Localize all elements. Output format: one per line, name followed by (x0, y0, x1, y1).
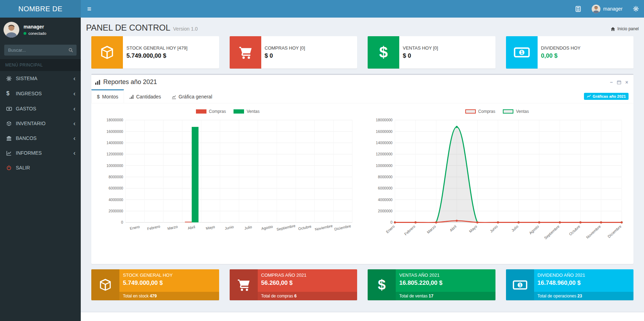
svg-text:16000000: 16000000 (376, 129, 392, 134)
charts-year-badge: Gráficas año 2021 (584, 93, 629, 100)
legend-item-compras[interactable]: Compras (465, 109, 495, 114)
dollar-icon: $ (6, 90, 16, 97)
summary-footer: Total en stock479 (119, 292, 219, 300)
sidebar-item-inventario[interactable]: INVENTARIO ‹ (0, 116, 81, 131)
svg-text:2000000: 2000000 (378, 209, 393, 213)
legend-item-compras[interactable]: Compras (196, 109, 226, 114)
legend-item-ventas[interactable]: Ventas (503, 109, 529, 114)
summary-box-compras: COMPRAS AÑO 2021 56.260,00 $ Total de co… (230, 269, 357, 300)
summary-footer: Total de operaciones23 (534, 292, 634, 300)
svg-text:10000000: 10000000 (376, 163, 392, 168)
report-tabs: $ Montos Cantidades Gráfica general Gráf… (91, 89, 633, 103)
collapse-button[interactable]: − (610, 79, 613, 85)
gears-icon (6, 76, 16, 81)
sidebar-item-salir[interactable]: SALIR (0, 160, 81, 175)
info-box-title: VENTAS HOY [0] (403, 45, 438, 51)
chevron-left-icon: ‹ (73, 107, 75, 111)
svg-text:Abril: Abril (187, 225, 195, 230)
dollar-icon: $ (97, 94, 100, 99)
svg-text:10000000: 10000000 (106, 163, 123, 168)
sidebar-item-gastos[interactable]: GASTOS ‹ (0, 101, 81, 116)
navbar-right: manager (570, 0, 644, 18)
breadcrumb[interactable]: Inicio panel (611, 26, 639, 31)
svg-text:Septiembre: Septiembre (276, 223, 296, 231)
calculator-button[interactable] (570, 0, 586, 18)
svg-text:Mayo: Mayo (468, 224, 478, 233)
svg-text:0: 0 (390, 220, 393, 224)
bar-chart-icon (95, 79, 100, 85)
svg-text:1: 1 (520, 50, 523, 55)
reports-box-header: Reportes año 2021 − × (91, 75, 633, 89)
info-box-dividendos: 1 DIVIDENDOS HOY 0,00 $ (506, 36, 634, 69)
sidebar-item-informes[interactable]: INFORMES ‹ (0, 146, 81, 160)
close-button[interactable]: × (625, 79, 628, 85)
power-icon (6, 165, 16, 171)
svg-text:14000000: 14000000 (106, 141, 123, 145)
line-chart-panel: ComprasVentas 02000000400000060000008000… (362, 107, 632, 259)
calculator-icon (575, 6, 581, 12)
search-input[interactable] (4, 45, 65, 56)
svg-text:Julio: Julio (511, 224, 519, 233)
hamburger-icon: ≡ (87, 5, 91, 13)
svg-text:Julio: Julio (244, 225, 252, 230)
calendar-icon (617, 80, 621, 84)
content-area: PANEL DE CONTROLVersion 1.0 Inicio panel… (81, 18, 644, 321)
svg-text:6000000: 6000000 (109, 186, 123, 190)
svg-text:8000000: 8000000 (378, 175, 393, 179)
settings-button[interactable] (628, 0, 644, 18)
user-status[interactable]: conectado (24, 31, 46, 36)
summary-box-dividendo: 1 DIVIDENDO AÑO 2021 16.748.960,00 $ Tot… (506, 269, 634, 300)
sidebar-toggle-button[interactable]: ≡ (81, 0, 98, 18)
cart-icon (238, 45, 253, 60)
tab-cantidades[interactable]: Cantidades (124, 89, 166, 103)
search-button[interactable] (65, 45, 77, 56)
avatar (4, 22, 19, 38)
svg-text:Junio: Junio (224, 224, 234, 230)
calendar-button[interactable] (617, 80, 621, 84)
svg-text:Octubre: Octubre (298, 224, 312, 231)
info-box-ventas: $ VENTAS HOY [0] $ 0 (368, 36, 495, 69)
summary-value: 16.748.960,00 $ (538, 280, 630, 287)
summary-box-ventas: $ VENTAS AÑO 2021 16.805.220,00 $ Total … (368, 269, 495, 300)
svg-text:Enero: Enero (130, 224, 140, 231)
cube-icon (6, 121, 16, 126)
summary-boxes-row: STOCK GENERAL HOY 5.749.000,00 $ Total e… (81, 269, 644, 306)
summary-footer: Total de compras6 (258, 292, 357, 300)
sidebar-item-bancos[interactable]: BANCOS ‹ (0, 131, 81, 146)
svg-text:14000000: 14000000 (376, 141, 392, 145)
brand-logo[interactable]: NOMBRE DE (0, 0, 81, 18)
chart-line-icon (6, 150, 16, 156)
tab-grafica-general[interactable]: Gráfica general (166, 89, 218, 103)
info-box-title: COMPRAS HOY [0] (265, 45, 305, 51)
sidebar-item-sistema[interactable]: SISTEMA ‹ (0, 71, 81, 86)
svg-text:Diciembre: Diciembre (607, 224, 622, 239)
tab-montos[interactable]: $ Montos (91, 89, 124, 103)
summary-title: COMPRAS AÑO 2021 (261, 272, 354, 278)
summary-value: 16.805.220,00 $ (399, 280, 492, 287)
svg-text:16000000: 16000000 (106, 129, 123, 134)
sidebar-item-ingresos[interactable]: $ INGRESOS ‹ (0, 86, 81, 101)
svg-text:Enero: Enero (385, 224, 395, 234)
user-menu[interactable]: manager (586, 0, 628, 18)
summary-footer: Total de ventas17 (396, 292, 495, 300)
cube-icon (99, 45, 115, 60)
banknote-icon: 1 (514, 47, 530, 58)
avatar (592, 5, 600, 13)
charts-panel: ComprasVentas 02000000400000060000008000… (91, 103, 633, 264)
svg-text:4000000: 4000000 (109, 198, 123, 202)
dollar-icon: $ (379, 45, 388, 60)
minus-icon: − (610, 79, 613, 85)
svg-text:Agosto: Agosto (528, 224, 540, 235)
summary-title: VENTAS AÑO 2021 (399, 272, 492, 278)
chevron-left-icon: ‹ (73, 121, 75, 126)
page-title: PANEL DE CONTROLVersion 1.0 (86, 23, 198, 33)
legend-item-ventas[interactable]: Ventas (234, 109, 259, 114)
summary-value: 5.749.000,00 $ (123, 280, 216, 287)
svg-text:4000000: 4000000 (378, 198, 393, 202)
summary-value: 56.260,00 $ (261, 280, 354, 287)
bar-chart-panel: ComprasVentas 02000000400000060000008000… (93, 107, 362, 259)
svg-text:2000000: 2000000 (109, 209, 123, 213)
svg-text:Diciembre: Diciembre (334, 224, 351, 231)
brand-text: NOMBRE DE (18, 5, 63, 13)
content-header: PANEL DE CONTROLVersion 1.0 Inicio panel (81, 18, 644, 36)
